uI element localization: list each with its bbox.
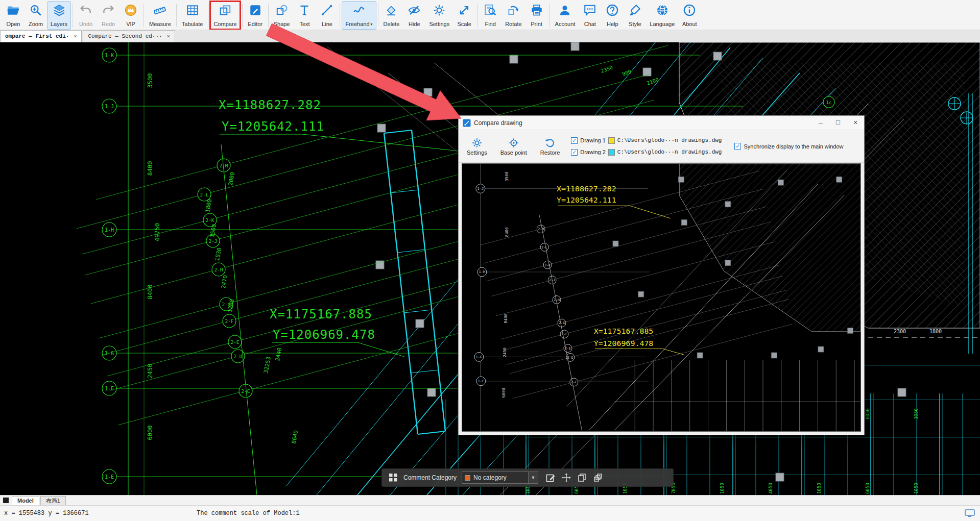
drawing1-color-swatch[interactable] — [608, 137, 615, 144]
account-icon — [558, 4, 571, 17]
toolbar-chat-button[interactable]: Chat — [579, 1, 601, 30]
toolbar-scale-button[interactable]: Scale — [453, 1, 475, 30]
toolbar-line-button[interactable]: Line — [316, 1, 338, 30]
svg-text:1050: 1050 — [817, 483, 822, 494]
tab-layout1[interactable]: 布局1 — [40, 496, 66, 505]
svg-text:2-C: 2-C — [571, 380, 577, 384]
svg-text:2-L: 2-L — [200, 192, 208, 197]
settings-button[interactable]: Settings — [463, 135, 491, 158]
drawing1-checkbox[interactable] — [571, 137, 578, 144]
toolbar-editor-button[interactable]: Editor — [244, 1, 267, 30]
base-point-icon — [508, 137, 519, 148]
toolbar-delete-button[interactable]: Delete — [380, 1, 403, 30]
svg-text:2-F: 2-F — [561, 332, 567, 336]
toolbar-label: Freehand▾ — [345, 21, 372, 29]
toolbar-text-button[interactable]: Text — [293, 1, 316, 30]
tab-layout1-label: 布局1 — [46, 497, 60, 505]
toolbar-label: Measure — [149, 21, 171, 29]
dialog-title: Compare drawing — [474, 119, 812, 127]
close-tab-icon[interactable]: ✕ — [74, 33, 77, 39]
toolbar-settings-button[interactable]: Settings — [425, 1, 453, 30]
toolbar-account-button[interactable]: Account — [552, 1, 579, 30]
edit-comment-button[interactable] — [543, 471, 557, 485]
toolbar-label: Scale — [457, 21, 471, 29]
toolbar-shape-button[interactable]: Shape — [270, 1, 294, 30]
doc-tab-first-edition[interactable]: ompare — First edi· ✕ — [0, 30, 82, 42]
toolbar-find-button[interactable]: Find — [479, 1, 501, 30]
toolbar-language-button[interactable]: Language — [646, 1, 678, 30]
measure-icon — [153, 4, 166, 17]
minimize-button[interactable]: ─ — [812, 116, 829, 130]
close-button[interactable]: ✕ — [847, 116, 864, 130]
toolbar-compare-button[interactable]: Compare — [210, 1, 240, 30]
svg-text:8400: 8400 — [147, 285, 154, 300]
base-point-button[interactable]: Base point — [496, 135, 531, 158]
dialog-canvas[interactable]: 1-J1-H1-G1-F2-M2-L2-K2-J2-H2-G2-F2-E2-D2… — [462, 163, 861, 432]
restore-button[interactable]: Restore — [536, 135, 564, 158]
tab-model[interactable]: Model — [12, 496, 39, 505]
status-bar: x = 1555483 y = 1366671 The comment scal… — [0, 505, 980, 521]
toolbar-rotate-button[interactable]: Rotate — [501, 1, 525, 30]
toolbar-about-button[interactable]: About — [678, 1, 701, 30]
layout-tabbar: Model 布局1 — [0, 495, 980, 505]
dialog-titlebar[interactable]: Compare drawing ─ ☐ ✕ — [459, 116, 864, 130]
toolbar-separator — [242, 4, 243, 27]
category-grid-icon[interactable] — [388, 473, 398, 483]
maximize-button[interactable]: ☐ — [829, 116, 847, 130]
toolbar-style-button[interactable]: Style — [624, 1, 646, 30]
toolbar-separator — [477, 4, 477, 27]
category-color-swatch — [465, 475, 470, 481]
toolbar-label: Rotate — [505, 21, 521, 29]
drawing-file-rows: Drawing 1 C:\Users\glodo···n drawings.dw… — [571, 135, 722, 157]
svg-text:4050: 4050 — [768, 483, 773, 494]
doc-tab-second-edition[interactable]: Compare — Second ed··· ✕ — [83, 30, 175, 42]
toolbar-undo-button[interactable]: Undo — [75, 1, 97, 30]
toolbar-separator — [208, 4, 208, 27]
toolbar-print-button[interactable]: Print — [525, 1, 548, 30]
toolbar-freehand-button[interactable]: Freehand▾ — [342, 1, 376, 30]
sync-checkbox[interactable] — [734, 143, 741, 150]
svg-text:1-H: 1-H — [105, 227, 114, 233]
svg-text:3500: 3500 — [147, 73, 154, 88]
toolbar-label: Help — [607, 21, 618, 29]
toolbar-label: Find — [485, 21, 495, 29]
svg-text:2-E: 2-E — [230, 339, 239, 345]
toolbar-help-button[interactable]: Help — [601, 1, 624, 30]
svg-text:8400: 8400 — [147, 161, 154, 176]
doc-tab-label: Compare — Second ed··· — [88, 33, 162, 39]
copy-comment-button[interactable] — [575, 471, 589, 485]
print-icon — [530, 4, 543, 17]
svg-text:1-J: 1-J — [105, 104, 114, 109]
toolbar-zoom-button[interactable]: Zoom — [25, 1, 47, 30]
move-comment-button[interactable] — [559, 471, 573, 485]
toolbar-measure-button[interactable]: Measure — [146, 1, 175, 30]
toolbar-open-button[interactable]: Open — [2, 1, 25, 30]
toolbar-label: Redo — [102, 21, 115, 29]
drawing2-color-swatch[interactable] — [608, 149, 615, 156]
category-dropdown[interactable]: No category ▼ — [462, 472, 538, 484]
svg-text:6000: 6000 — [501, 388, 506, 398]
svg-text:1c: 1c — [826, 100, 832, 105]
toolbar-label: Account — [555, 21, 576, 29]
svg-text:2-C: 2-C — [241, 388, 250, 394]
toolbar-tabulate-button[interactable]: Tabulate — [178, 1, 207, 30]
dialog-toolbar: Settings Base point Restore Drawing 1 C:… — [459, 130, 864, 163]
toolbar-layers-button[interactable]: Layers — [47, 1, 71, 30]
cad-application-window: OpenZoomLayersUndoRedoVIPMeasureTabulate… — [0, 0, 980, 521]
doc-tab-label: ompare — First edi· — [5, 33, 69, 39]
toolbar-redo-button[interactable]: Redo — [97, 1, 119, 30]
svg-text:Y=1206969.478: Y=1206969.478 — [594, 339, 654, 348]
drawing2-checkbox[interactable] — [571, 149, 578, 156]
category-dropdown-value: No category — [473, 474, 525, 481]
svg-text:6050: 6050 — [865, 408, 870, 419]
close-tab-icon[interactable]: ✕ — [167, 33, 170, 39]
toolbar-separator — [268, 4, 269, 27]
toolbar-vip-button[interactable]: VIP — [119, 1, 142, 30]
comment-action-buttons — [543, 471, 605, 485]
toolbar-separator — [73, 4, 73, 27]
toolbar-hide-button[interactable]: Hide — [403, 1, 425, 30]
display-mode-icon[interactable] — [965, 509, 975, 517]
drawing-canvas[interactable]: 1-K1-J1-H1-G1-F1-E2-M2-L2-K2-J2-H2-G2-F2… — [0, 42, 980, 495]
svg-text:1050: 1050 — [914, 408, 919, 419]
stack-comment-button[interactable] — [591, 471, 605, 485]
